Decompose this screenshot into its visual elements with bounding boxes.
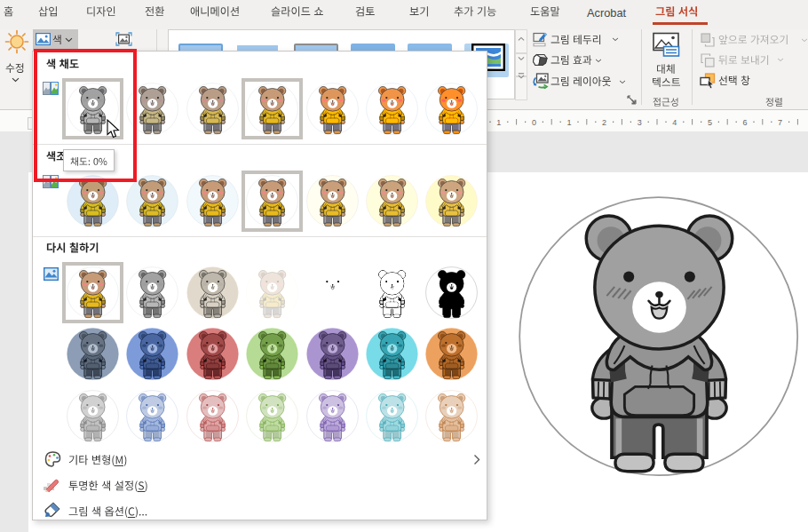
svg-text:3: 3 bbox=[638, 118, 642, 127]
svg-text:0: 0 bbox=[532, 118, 536, 127]
svg-text:1: 1 bbox=[566, 118, 571, 127]
svg-text:1: 1 bbox=[496, 118, 501, 127]
svg-text:5: 5 bbox=[708, 118, 712, 127]
svg-text:2: 2 bbox=[602, 118, 606, 127]
svg-text:7: 7 bbox=[778, 118, 782, 127]
svg-text:6: 6 bbox=[742, 118, 747, 127]
svg-text:4: 4 bbox=[672, 118, 677, 127]
